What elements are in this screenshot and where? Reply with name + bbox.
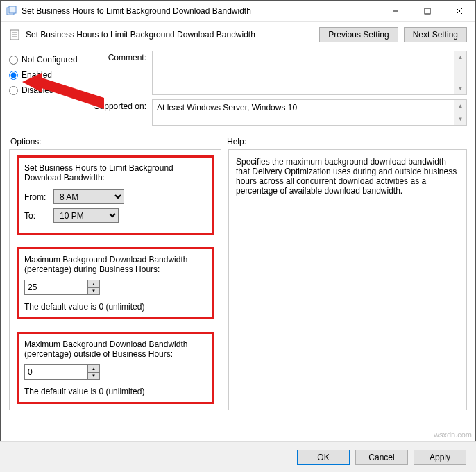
minimize-button[interactable] [380,1,411,22]
radio-label: Enabled [22,70,52,80]
state-radio-group: Not Configured Enabled Disabled [9,51,91,130]
title-bar: Set Business Hours to Limit Background D… [1,1,475,22]
supported-on-value: At least Windows Server, Windows 10 [157,103,297,112]
radio-not-configured[interactable]: Not Configured [9,52,91,67]
window-title: Set Business Hours to Limit Background D… [22,6,380,16]
comment-field[interactable]: ▲▼ [152,51,467,95]
dialog-footer: OK Cancel Apply [0,441,476,472]
scroll-up-icon[interactable]: ▲ [454,51,466,63]
radio-label: Disabled [22,85,54,95]
policy-header: Set Business Hours to Limit Background D… [1,22,475,51]
ok-button[interactable]: OK [297,450,350,465]
supported-on-label: Supported on: [91,99,152,126]
app-icon [6,6,17,17]
radio-enabled[interactable]: Enabled [9,67,91,83]
annotation-box: Maximum Background Download Bandwidth (p… [17,332,214,404]
to-label: To: [24,211,53,221]
scroll-up-icon[interactable]: ▲ [454,100,466,112]
policy-icon [9,28,22,41]
spinner-buttons[interactable]: ▲▼ [88,364,100,380]
spin-up-icon[interactable]: ▲ [88,365,99,373]
maximize-button[interactable] [411,1,443,22]
from-time-select[interactable]: 8 AM [53,189,124,204]
supported-on-field: At least Windows Server, Windows 10 ▲▼ [152,99,467,126]
radio-label: Not Configured [22,55,78,65]
scrollbar[interactable]: ▲▼ [454,100,466,125]
scrollbar[interactable]: ▲▼ [454,51,466,94]
spin-up-icon[interactable]: ▲ [88,280,99,288]
outside-default-note: The default value is 0 (unlimited) [24,387,206,396]
during-default-note: The default value is 0 (unlimited) [24,302,206,312]
annotation-box: Maximum Background Download Bandwidth (p… [17,247,214,319]
during-hours-input[interactable] [24,280,88,295]
outside-hours-input[interactable] [24,364,88,380]
outside-hours-label: Maximum Background Download Bandwidth (p… [24,339,206,359]
svg-rect-3 [425,8,430,14]
spin-down-icon[interactable]: ▼ [88,288,99,295]
radio-disabled[interactable]: Disabled [9,83,91,98]
options-section-label: Options: [10,137,227,146]
scroll-down-icon[interactable]: ▼ [454,83,466,94]
spin-down-icon[interactable]: ▼ [88,373,99,380]
close-button[interactable] [443,1,475,22]
spinner-buttons[interactable]: ▲▼ [88,280,100,295]
comment-label: Comment: [91,51,152,95]
cancel-button[interactable]: Cancel [355,450,408,465]
annotation-box: Set Business Hours to Limit Background D… [17,155,214,235]
during-hours-label: Maximum Background Download Bandwidth (p… [24,255,206,274]
next-setting-button[interactable]: Next Setting [404,27,467,42]
policy-title: Set Business Hours to Limit Background D… [26,30,314,40]
help-pane: Specifies the maximum background downloa… [228,149,467,410]
watermark: wsxdn.com [434,430,472,439]
svg-rect-1 [9,6,16,13]
apply-button[interactable]: Apply [414,450,466,465]
help-section-label: Help: [227,137,246,146]
previous-setting-button[interactable]: Previous Setting [319,27,398,42]
option-group-heading: Set Business Hours to Limit Background D… [24,163,206,183]
from-label: From: [24,192,53,202]
to-time-select[interactable]: 10 PM [53,208,119,223]
scroll-down-icon[interactable]: ▼ [454,113,466,125]
help-text: Specifies the maximum background downloa… [236,157,459,196]
options-pane: Set Business Hours to Limit Background D… [9,149,221,410]
